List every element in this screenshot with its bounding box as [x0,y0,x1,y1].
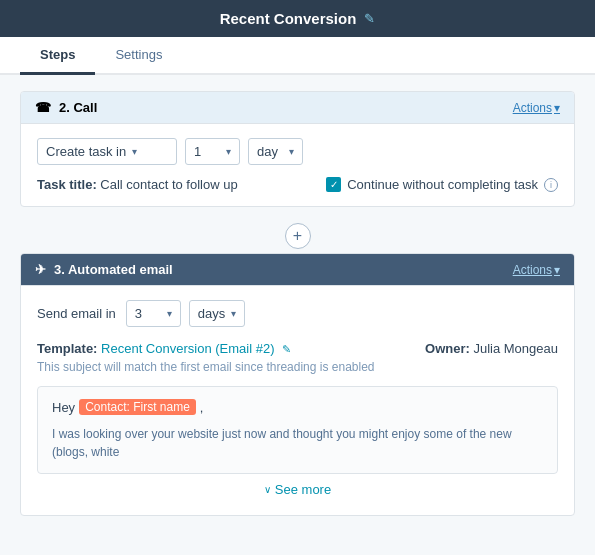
step-email-body: Send email in 3 ▾ days ▾ Template: Recen… [21,286,574,515]
template-row: Template: Recent Conversion (Email #2) ✎… [37,341,558,356]
create-task-dropdown[interactable]: Create task in ▾ [37,138,177,165]
send-num-dropdown[interactable]: 3 ▾ [126,300,181,327]
template-link[interactable]: Recent Conversion (Email #2) [101,341,274,356]
send-row: Send email in 3 ▾ days ▾ [37,300,558,327]
task-num-dropdown[interactable]: 1 ▾ [185,138,240,165]
add-step-button[interactable]: + [285,223,311,249]
step-call-card: ☎ 2. Call Actions ▾ Create task in ▾ 1 ▾… [20,91,575,207]
task-unit-dropdown[interactable]: day ▾ [248,138,303,165]
tab-settings[interactable]: Settings [95,37,182,75]
chevron-down-icon: ▾ [289,146,294,157]
chevron-down-icon: ▾ [167,308,172,319]
main-content: ☎ 2. Call Actions ▾ Create task in ▾ 1 ▾… [0,75,595,544]
email-preview: Hey Contact: First name , I was looking … [37,386,558,474]
continue-without-row: ✓ Continue without completing task i [326,177,558,192]
owner-label: Owner: [425,341,470,356]
owner-info: Owner: Julia Mongeau [425,341,558,356]
step-email-header-left: ✈ 3. Automated email [35,262,173,277]
call-icon: ☎ [35,100,51,115]
step-call-actions-button[interactable]: Actions ▾ [513,101,560,115]
step-call-body: Create task in ▾ 1 ▾ day ▾ Task title: C… [21,124,574,206]
template-edit-icon[interactable]: ✎ [282,343,291,355]
email-hey-text: Hey [52,400,75,415]
step-email-header: ✈ 3. Automated email Actions ▾ [21,254,574,286]
header: Recent Conversion ✎ [0,0,595,37]
send-label: Send email in [37,306,116,321]
step-email-label: 3. Automated email [54,262,173,277]
step-email-actions-button[interactable]: Actions ▾ [513,263,560,277]
template-label: Template: [37,341,97,356]
info-icon[interactable]: i [544,178,558,192]
threading-note: This subject will match the first email … [37,360,558,374]
owner-value: Julia Mongeau [473,341,558,356]
template-info: Template: Recent Conversion (Email #2) ✎ [37,341,291,356]
step-call-header-left: ☎ 2. Call [35,100,97,115]
email-hey-row: Hey Contact: First name , [52,399,543,415]
step-call-header: ☎ 2. Call Actions ▾ [21,92,574,124]
tabs: Steps Settings [0,37,595,75]
see-more-button[interactable]: ∨ See more [264,482,331,497]
task-title-value: Call contact to follow up [100,177,237,192]
see-more-row: ∨ See more [37,474,558,501]
email-body-text: I was looking over your website just now… [52,425,543,461]
edit-icon[interactable]: ✎ [364,11,375,26]
email-comma: , [200,400,204,415]
step-call-label: 2. Call [59,100,97,115]
task-title-row: Task title: Call contact to follow up ✓ … [37,177,558,192]
chevron-down-icon: ▾ [554,263,560,277]
step-email-card: ✈ 3. Automated email Actions ▾ Send emai… [20,253,575,516]
email-icon: ✈ [35,262,46,277]
chevron-down-icon: ∨ [264,484,271,495]
contact-first-name-tag: Contact: First name [79,399,196,415]
tab-steps[interactable]: Steps [20,37,95,75]
page-title: Recent Conversion [220,10,357,27]
call-options-row: Create task in ▾ 1 ▾ day ▾ [37,138,558,165]
chevron-down-icon: ▾ [554,101,560,115]
chevron-down-icon: ▾ [231,308,236,319]
continue-label: Continue without completing task [347,177,538,192]
chevron-down-icon: ▾ [132,146,137,157]
continue-checkbox[interactable]: ✓ [326,177,341,192]
send-unit-dropdown[interactable]: days ▾ [189,300,245,327]
chevron-down-icon: ▾ [226,146,231,157]
task-title-info: Task title: Call contact to follow up [37,177,238,192]
step-connector: + [20,219,575,253]
